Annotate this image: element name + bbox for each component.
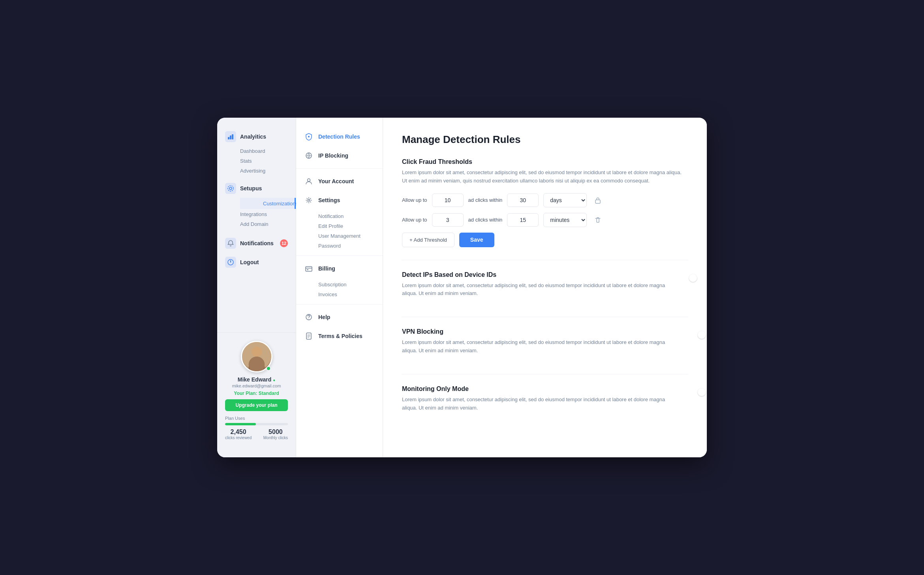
click-fraud-title: Click Fraud Thresholds — [402, 158, 688, 165]
plan-uses-label: Plan Uses — [225, 416, 288, 421]
vpn-blocking-content: VPN Blocking Lorem ipsum dolor sit amet,… — [402, 328, 680, 363]
settings-sub-items: Notification Edit Profile User Managemen… — [296, 210, 383, 252]
divider-2 — [402, 317, 688, 317]
analytics-label: Analyitics — [240, 133, 266, 140]
svg-point-18 — [308, 319, 309, 319]
detection-rules-label: Detection Rules — [318, 133, 360, 140]
logout-nav-item[interactable]: Logout — [217, 253, 296, 272]
svg-point-13 — [308, 179, 310, 182]
clicks-reviewed-num: 2,450 — [225, 428, 252, 436]
page-title: Manage Detection Rules — [402, 133, 688, 146]
edit-profile-sub-item[interactable]: Edit Profile — [318, 221, 383, 231]
clicks-reviewed-stat: 2,450 clicks reviewed — [225, 428, 252, 440]
monthly-clicks-num: 5000 — [263, 428, 288, 436]
svg-rect-16 — [307, 269, 308, 270]
threshold-within-1[interactable] — [507, 194, 539, 207]
analytics-section: Analyitics Dashboard Stats Advertising — [217, 127, 296, 176]
progress-bar-fill — [225, 423, 256, 425]
monitoring-only-content: Monitoring Only Mode Lorem ipsum dolor s… — [402, 385, 680, 420]
allow-label-1: Allow up to — [402, 197, 427, 203]
analytics-icon — [225, 131, 236, 142]
svg-point-14 — [308, 199, 310, 201]
ad-clicks-label-2: ad clicks within — [468, 217, 503, 223]
billing-icon — [304, 264, 314, 273]
svg-point-3 — [229, 187, 232, 190]
ip-blocking-item[interactable]: IP Blocking — [296, 146, 383, 165]
setups-section: Setupus Customizations Integrations Add … — [217, 179, 296, 229]
terms-item[interactable]: Terms & Policies — [296, 327, 383, 346]
notifications-nav-item[interactable]: Notifications 12 — [217, 234, 296, 253]
threshold-within-2[interactable] — [507, 213, 539, 227]
help-label: Help — [318, 314, 330, 320]
middle-sidebar: Detection Rules IP Blocking Your Account — [296, 118, 383, 457]
vpn-blocking-desc: Lorem ipsum dolor sit amet, consectetur … — [402, 338, 680, 355]
subscription-sub-item[interactable]: Subscription — [318, 280, 383, 289]
svg-rect-1 — [230, 135, 231, 139]
threshold-unit-1[interactable]: days hours minutes — [543, 193, 587, 207]
divider-1 — [402, 260, 688, 260]
help-item[interactable]: Help — [296, 308, 383, 327]
svg-point-11 — [308, 136, 310, 137]
vpn-blocking-title: VPN Blocking — [402, 328, 680, 335]
notifications-icon — [225, 238, 236, 249]
detect-ips-section: Detect IPs Based on Device IDs Lorem ips… — [402, 271, 688, 306]
your-account-item[interactable]: Your Account — [296, 172, 383, 191]
svg-rect-0 — [228, 137, 229, 139]
svg-rect-2 — [232, 134, 233, 139]
your-account-icon — [304, 177, 314, 186]
user-management-sub-item[interactable]: User Management — [318, 231, 383, 241]
analytics-nav-item[interactable]: Analyitics — [217, 127, 296, 146]
ip-blocking-label: IP Blocking — [318, 152, 348, 159]
monitoring-only-title: Monitoring Only Mode — [402, 385, 680, 393]
invoices-sub-item[interactable]: Invoices — [318, 289, 383, 299]
trash-icon[interactable] — [592, 214, 604, 226]
app-container: Analyitics Dashboard Stats Advertising S… — [217, 118, 707, 457]
analytics-sub-items: Dashboard Stats Advertising — [217, 146, 296, 176]
password-sub-item[interactable]: Password — [318, 241, 383, 251]
threshold-value-1[interactable] — [432, 194, 464, 207]
notification-sub-item[interactable]: Notification — [318, 211, 383, 221]
divider-3 — [402, 374, 688, 374]
setups-sub-items: Customizations Integrations Add Domain — [217, 198, 296, 229]
threshold-row-2: Allow up to ad clicks within days hours … — [402, 213, 688, 227]
billing-sub-items: Subscription Invoices — [296, 278, 383, 301]
dashboard-item[interactable]: Dashboard — [240, 146, 296, 156]
stats-item[interactable]: Stats — [240, 156, 296, 166]
settings-item[interactable]: Settings — [296, 191, 383, 210]
click-fraud-desc: Lorem ipsum dolor sit amet, consectetur … — [402, 169, 688, 185]
add-domain-item[interactable]: Add Domain — [240, 219, 296, 229]
ad-clicks-label-1: ad clicks within — [468, 197, 503, 203]
help-icon — [304, 312, 314, 322]
setups-label: Setupus — [240, 185, 262, 192]
vpn-blocking-section: VPN Blocking Lorem ipsum dolor sit amet,… — [402, 328, 688, 363]
plan-stats: 2,450 clicks reviewed 5000 Monthly click… — [225, 428, 288, 440]
terms-label: Terms & Policies — [318, 333, 362, 339]
logout-icon — [225, 257, 236, 268]
save-button[interactable]: Save — [459, 233, 494, 247]
lock-icon[interactable] — [592, 194, 604, 207]
customizations-label: Customizations — [263, 201, 298, 207]
notifications-label: Notifications — [240, 240, 274, 246]
add-threshold-button[interactable]: + Add Threshold — [402, 233, 454, 247]
threshold-value-2[interactable] — [432, 213, 464, 227]
terms-icon — [304, 331, 314, 341]
threshold-unit-2[interactable]: days hours minutes — [543, 213, 587, 227]
detect-ips-desc: Lorem ipsum dolor sit amet, consectetur … — [402, 282, 680, 298]
monthly-clicks-sub: Monthly clicks — [263, 436, 288, 440]
threshold-row-1: Allow up to ad clicks within days hours … — [402, 193, 688, 207]
advertising-item[interactable]: Advertising — [240, 166, 296, 176]
integrations-item[interactable]: Integrations — [240, 209, 296, 219]
monthly-clicks-stat: 5000 Monthly clicks — [263, 428, 288, 440]
mid-divider-1 — [296, 168, 383, 169]
upgrade-button[interactable]: Upgrade your plan — [225, 399, 288, 411]
your-account-label: Your Account — [318, 178, 354, 184]
detection-rules-item[interactable]: Detection Rules — [296, 127, 383, 146]
billing-item[interactable]: Billing — [296, 259, 383, 278]
left-sidebar: Analyitics Dashboard Stats Advertising S… — [217, 118, 296, 457]
setups-nav-item[interactable]: Setupus — [217, 179, 296, 198]
svg-point-8 — [252, 347, 262, 357]
user-profile: Mike Edward ● mike.edward@gmail.com Your… — [217, 333, 296, 448]
billing-label: Billing — [318, 265, 335, 272]
plan-label: Your Plan: Standard — [225, 391, 288, 396]
customizations-item[interactable]: Customizations — [240, 198, 296, 209]
